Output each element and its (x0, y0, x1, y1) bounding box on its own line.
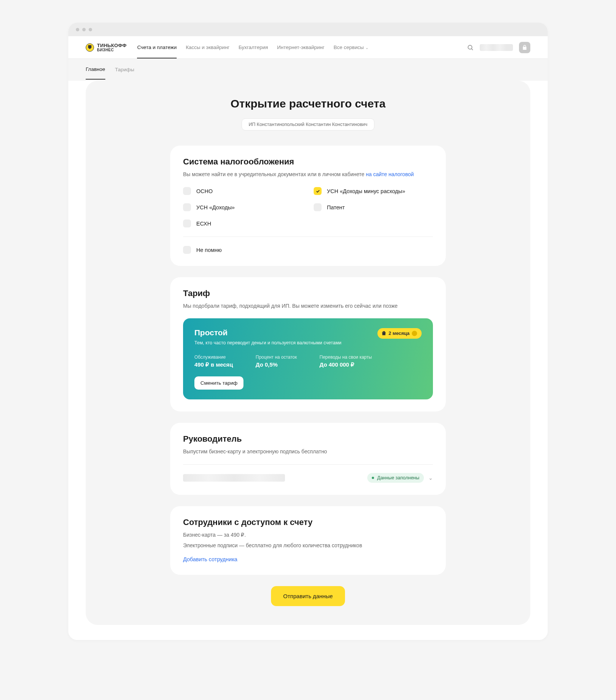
tax-option-eshn[interactable]: ЕСХН (183, 220, 302, 227)
logo[interactable]: ⛊ ТИНЬКОФФ БИЗНЕС (86, 43, 126, 52)
tariff-col-interest: Процент на остатокДо 0,5% (256, 355, 297, 368)
window-dot (82, 28, 86, 31)
tax-option-usn-income[interactable]: УСН «Доходы» (183, 203, 302, 211)
add-employee-link[interactable]: Добавить сотрудника (183, 556, 237, 562)
svg-point-0 (468, 45, 472, 49)
nav-accounting[interactable]: Бухгалтерия (239, 37, 268, 58)
leader-card: Руководитель Выпустим бизнес-карту и эле… (170, 423, 446, 495)
window-dot (89, 28, 92, 31)
tariff-card: Тариф Мы подобрали тариф, подходящий для… (170, 277, 446, 411)
main-nav: Счета и платежи Кассы и эквайринг Бухгал… (137, 37, 456, 58)
coin-icon (412, 331, 417, 336)
staff-heading: Сотрудники с доступом к счету (183, 517, 433, 527)
header: ⛊ ТИНЬКОФФ БИЗНЕС Счета и платежи Кассы … (68, 36, 548, 59)
submit-button[interactable]: Отправить данные (271, 586, 345, 606)
chevron-down-icon: ⌄ (365, 46, 369, 50)
tariff-columns: Обслуживание490 ₽ в месяц Процент на ост… (194, 355, 422, 368)
tax-options: ОСНО УСН «Доходы минус расходы» УСН «Дох… (183, 187, 433, 227)
tariff-desc: Мы подобрали тариф, подходящий для ИП. В… (183, 302, 433, 310)
tax-card: Система налогообложения Вы можете найти … (170, 146, 446, 266)
tax-desc: Вы можете найти ее в учредительных докум… (183, 170, 433, 178)
nav-accounts[interactable]: Счета и платежи (137, 37, 177, 58)
app-window: ⛊ ТИНЬКОФФ БИЗНЕС Счета и платежи Кассы … (68, 23, 548, 640)
page-title: Открытие расчетного счета (170, 97, 446, 110)
tax-option-usn-income-expense[interactable]: УСН «Доходы минус расходы» (314, 187, 433, 195)
browser-chrome (68, 23, 548, 36)
leader-heading: Руководитель (183, 434, 433, 444)
tax-link[interactable]: на сайте налоговой (366, 171, 414, 177)
leader-name-redacted (183, 474, 285, 482)
tariff-plan: Простой Тем, кто часто переводит деньги … (183, 318, 433, 399)
staff-line1: Бизнес-карта — за 490 ₽. (183, 531, 433, 539)
staff-line2: Электронные подписи — бесплатно для любо… (183, 542, 433, 550)
nav-pos[interactable]: Кассы и эквайринг (186, 37, 229, 58)
nav-all-services[interactable]: Все сервисы ⌄ (334, 37, 369, 58)
sub-nav: Главное Тарифы (68, 59, 548, 81)
tax-option-forgot[interactable]: Не помню (183, 246, 433, 254)
divider (183, 464, 433, 465)
divider (183, 236, 433, 237)
tax-option-patent[interactable]: Патент (314, 203, 433, 211)
subnav-main[interactable]: Главное (86, 60, 105, 80)
page: Открытие расчетного счета ИП Константино… (68, 81, 548, 640)
logo-icon: ⛊ (86, 43, 94, 52)
leader-row[interactable]: Данные заполнены ⌄ (183, 473, 433, 483)
nav-internet-acquiring[interactable]: Интернет-эквайринг (277, 37, 325, 58)
tax-option-osno[interactable]: ОСНО (183, 187, 302, 195)
tariff-col-service: Обслуживание490 ₽ в месяц (194, 355, 233, 368)
staff-card: Сотрудники с доступом к счету Бизнес-кар… (170, 506, 446, 575)
user-name-redacted (480, 44, 513, 51)
subnav-tariffs[interactable]: Тарифы (115, 60, 134, 79)
tariff-name: Простой (194, 328, 342, 337)
svg-line-1 (471, 49, 473, 50)
status-badge: Данные заполнены (367, 473, 424, 483)
tariff-subtitle: Тем, кто часто переводит деньги и пользу… (194, 340, 342, 345)
promo-badge: 2 месяца (377, 328, 422, 339)
tariff-heading: Тариф (183, 289, 433, 298)
change-tariff-button[interactable]: Сменить тариф (194, 376, 243, 390)
gift-icon (381, 331, 387, 336)
header-right (467, 42, 530, 53)
tariff-col-transfers: Переводы на свои картыДо 400 000 ₽ (320, 355, 372, 368)
brand-name: ТИНЬКОФФ (97, 43, 126, 48)
leader-desc: Выпустим бизнес-карту и электронную подп… (183, 448, 433, 455)
lock-button[interactable] (519, 42, 530, 53)
lock-icon (522, 45, 528, 51)
entity-chip: ИП Константинопольский Константин Конста… (242, 118, 375, 130)
brand-sub: БИЗНЕС (97, 48, 126, 52)
chevron-down-icon[interactable]: ⌄ (428, 475, 433, 481)
search-icon[interactable] (467, 44, 474, 51)
window-dot (76, 28, 79, 31)
tax-heading: Система налогообложения (183, 157, 433, 167)
